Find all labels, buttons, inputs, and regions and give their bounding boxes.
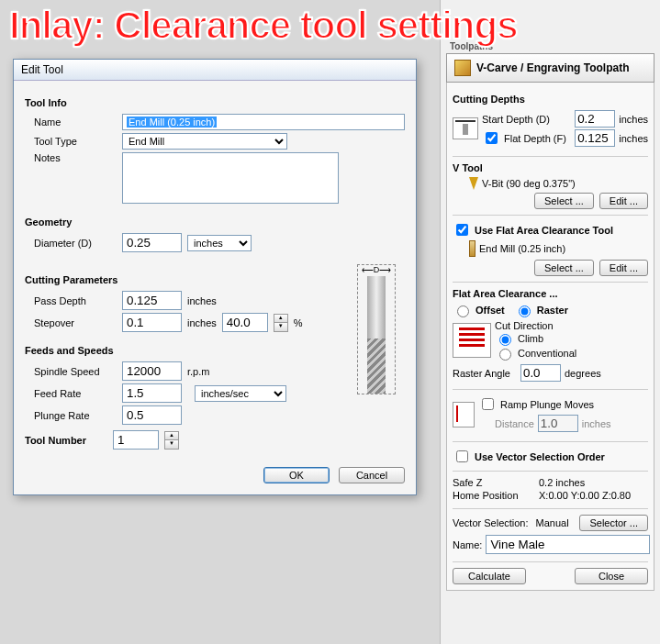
tool-info-label: Tool Info bbox=[25, 97, 405, 108]
stepover-label: Stepover bbox=[25, 317, 117, 328]
plungerate-input[interactable] bbox=[122, 405, 182, 425]
diameter-input[interactable] bbox=[122, 233, 182, 252]
raster-angle-label: Raster Angle bbox=[453, 368, 517, 379]
feed-unit-select[interactable]: inches/sec bbox=[195, 385, 286, 402]
plungerate-label: Plunge Rate bbox=[25, 410, 117, 421]
feedrate-label: Feed Rate bbox=[25, 388, 117, 399]
name-label: Name bbox=[25, 117, 117, 128]
start-depth-input[interactable] bbox=[575, 110, 615, 128]
distance-input bbox=[538, 415, 578, 432]
home-value: X:0.00 Y:0.00 Z:0.80 bbox=[539, 490, 631, 501]
toolpaths-panel: Toolpaths V-Carve / Engraving Toolpath C… bbox=[440, 0, 660, 644]
climb-radio[interactable] bbox=[499, 334, 511, 346]
tooltype-label: Tool Type bbox=[25, 136, 117, 147]
safez-value: 0.2 inches bbox=[539, 477, 585, 488]
passdepth-unit: inches bbox=[187, 295, 217, 306]
spindle-unit: r.p.m bbox=[187, 366, 209, 377]
raster-angle-input[interactable] bbox=[520, 364, 561, 382]
spindle-label: Spindle Speed bbox=[25, 366, 117, 377]
dialog-title: Edit Tool bbox=[14, 60, 416, 81]
cutting-depths-label: Cutting Depths bbox=[453, 94, 648, 105]
stepover-spinner[interactable]: ▲▼ bbox=[274, 314, 288, 332]
vtool-label: V Tool bbox=[453, 162, 648, 173]
diameter-label: Diameter (D) bbox=[25, 238, 117, 249]
panel-header: V-Carve / Engraving Toolpath bbox=[446, 53, 654, 83]
spindle-input[interactable] bbox=[122, 361, 182, 381]
cut-direction-icon bbox=[453, 323, 491, 358]
toolnum-label: Tool Number bbox=[25, 435, 107, 446]
endmill-icon bbox=[469, 240, 475, 257]
geometry-label: Geometry bbox=[25, 217, 405, 228]
unit-label: inches bbox=[619, 114, 648, 125]
close-button[interactable]: Close bbox=[575, 568, 648, 584]
offset-radio[interactable] bbox=[457, 305, 469, 317]
diameter-unit-select[interactable]: inches bbox=[187, 235, 252, 251]
tool-preview: ⟵D⟶ bbox=[357, 264, 396, 394]
ramp-checkbox-label[interactable]: Ramp Plunge Moves bbox=[478, 395, 648, 413]
vtool-name: V-Bit (90 deg 0.375") bbox=[482, 178, 576, 189]
vtool-edit-button[interactable]: Edit ... bbox=[599, 193, 648, 209]
unit-label: inches bbox=[582, 418, 611, 429]
calculate-button[interactable]: Calculate bbox=[453, 568, 526, 584]
flat-depth-label: Flat Depth (F) bbox=[504, 133, 571, 144]
start-depth-label: Start Depth (D) bbox=[482, 114, 571, 125]
stepover-unit: inches bbox=[187, 317, 217, 328]
fatc-select-button[interactable]: Select ... bbox=[534, 260, 594, 276]
flat-depth-checkbox[interactable] bbox=[486, 132, 498, 144]
depth-icon bbox=[453, 117, 478, 139]
ramp-icon bbox=[453, 402, 475, 427]
raster-radio-label[interactable]: Raster bbox=[514, 303, 568, 317]
vecsel-label: Vector Selection: bbox=[453, 517, 529, 528]
ramp-checkbox[interactable] bbox=[482, 398, 494, 410]
cancel-button[interactable]: Cancel bbox=[339, 467, 405, 483]
vcarve-icon bbox=[454, 60, 471, 76]
fatc-tool-name: End Mill (0.25 inch) bbox=[479, 243, 565, 254]
safez-label: Safe Z bbox=[453, 477, 535, 488]
use-vso-checkbox[interactable] bbox=[456, 450, 468, 462]
use-fatc-label: Use Flat Area Clearance Tool bbox=[475, 225, 613, 236]
climb-radio-label[interactable]: Climb bbox=[495, 331, 648, 346]
notes-textarea[interactable] bbox=[122, 152, 339, 204]
use-vso-label[interactable]: Use Vector Selection Order bbox=[453, 448, 648, 465]
pct-symbol: % bbox=[294, 317, 303, 328]
stepover-pct-input[interactable] bbox=[222, 313, 268, 332]
use-fatc-checkbox[interactable] bbox=[456, 224, 468, 236]
raster-radio[interactable] bbox=[519, 305, 531, 317]
ok-button[interactable]: OK bbox=[263, 467, 330, 483]
panel-title: V-Carve / Engraving Toolpath bbox=[476, 61, 629, 74]
fac-header: Flat Area Clearance ... bbox=[453, 288, 648, 299]
offset-radio-label[interactable]: Offset bbox=[453, 303, 505, 317]
distance-label: Distance bbox=[478, 418, 534, 429]
flat-depth-input[interactable] bbox=[575, 129, 615, 147]
fatc-edit-button[interactable]: Edit ... bbox=[599, 260, 648, 276]
passdepth-label: Pass Depth bbox=[25, 295, 117, 306]
cut-direction-label: Cut Direction bbox=[495, 320, 648, 331]
toolnum-spinner[interactable]: ▲▼ bbox=[164, 431, 179, 450]
stepover-input[interactable] bbox=[122, 313, 182, 332]
feeds-label: Feeds and Speeds bbox=[25, 345, 405, 356]
cutting-params-label: Cutting Parameters bbox=[25, 274, 405, 285]
unit-label: inches bbox=[619, 133, 648, 144]
notes-label: Notes bbox=[25, 152, 117, 163]
passdepth-input[interactable] bbox=[122, 291, 182, 310]
toolpath-name-label: Name: bbox=[453, 539, 482, 550]
vecsel-value: Manual bbox=[532, 517, 576, 528]
degrees-label: degrees bbox=[565, 368, 601, 379]
vbit-icon bbox=[469, 177, 478, 190]
edit-tool-dialog: Edit Tool Tool Info Name End Mill (0.25 … bbox=[13, 59, 417, 495]
name-input[interactable]: End Mill (0.25 inch) bbox=[122, 114, 405, 130]
toolpath-name-input[interactable] bbox=[486, 535, 650, 554]
overlay-title: Inlay: Clearance tool settings bbox=[9, 4, 518, 48]
feedrate-input[interactable] bbox=[122, 383, 182, 403]
conventional-radio[interactable] bbox=[499, 349, 511, 361]
vtool-select-button[interactable]: Select ... bbox=[534, 193, 594, 209]
selector-button[interactable]: Selector ... bbox=[579, 515, 648, 531]
toolnum-input[interactable] bbox=[113, 430, 159, 450]
home-label: Home Position bbox=[453, 490, 535, 501]
tooltype-select[interactable]: End Mill bbox=[122, 133, 287, 150]
conventional-radio-label[interactable]: Conventional bbox=[495, 346, 648, 361]
